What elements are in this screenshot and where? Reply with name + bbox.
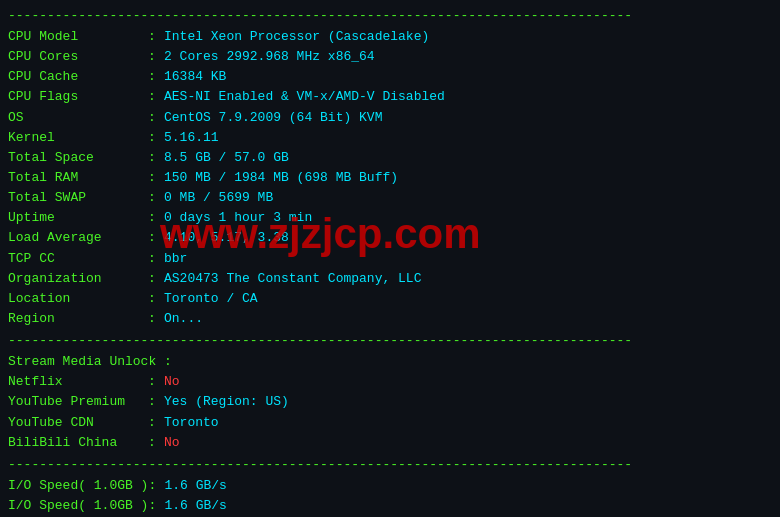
- cpu-cores-value: 2 Cores 2992.968 MHz x86_64: [164, 47, 375, 67]
- table-row: TCP CC : bbr: [8, 249, 772, 269]
- cpu-flags-value: AES-NI Enabled & VM-x/AMD-V Disabled: [164, 87, 445, 107]
- divider-stream: ----------------------------------------…: [8, 333, 772, 348]
- uptime-value: 0 days 1 hour 3 min: [164, 208, 312, 228]
- table-row: YouTube Premium : Yes (Region: US): [8, 392, 772, 412]
- io-speed-section: I/O Speed( 1.0GB ) : 1.6 GB/s I/O Speed(…: [8, 476, 772, 517]
- kernel-value: 5.16.11: [164, 128, 219, 148]
- table-row: Location : Toronto / CA: [8, 289, 772, 309]
- os-label: OS: [8, 108, 148, 128]
- netflix-label: Netflix: [8, 372, 148, 392]
- total-space-value: 8.5 GB / 57.0 GB: [164, 148, 289, 168]
- youtube-cdn-label: YouTube CDN: [8, 413, 148, 433]
- os-value: CentOS 7.9.2009 (64 Bit) KVM: [164, 108, 382, 128]
- table-row: CPU Cache : 16384 KB: [8, 67, 772, 87]
- youtube-premium-label: YouTube Premium: [8, 392, 148, 412]
- cpu-model-label: CPU Model: [8, 27, 148, 47]
- table-row: Uptime : 0 days 1 hour 3 min: [8, 208, 772, 228]
- tcp-cc-label: TCP CC: [8, 249, 148, 269]
- table-row: CPU Cores : 2 Cores 2992.968 MHz x86_64: [8, 47, 772, 67]
- load-average-label: Load Average: [8, 228, 148, 248]
- table-row: YouTube CDN : Toronto: [8, 413, 772, 433]
- location-value: Toronto / CA: [164, 289, 258, 309]
- table-row: I/O Speed( 1.0GB ) : 1.6 GB/s: [8, 496, 772, 516]
- netflix-value: No: [164, 372, 180, 392]
- cpu-cache-label: CPU Cache: [8, 67, 148, 87]
- io-speed-1-value: 1.6 GB/s: [164, 476, 226, 496]
- table-row: OS : CentOS 7.9.2009 (64 Bit) KVM: [8, 108, 772, 128]
- table-row: CPU Model : Intel Xeon Processor (Cascad…: [8, 27, 772, 47]
- table-row: Kernel : 5.16.11: [8, 128, 772, 148]
- divider-io: ----------------------------------------…: [8, 457, 772, 472]
- divider-top: ----------------------------------------…: [8, 8, 772, 23]
- table-row: Netflix : No: [8, 372, 772, 392]
- cpu-cache-value: 16384 KB: [164, 67, 226, 87]
- stream-media-section: Stream Media Unlock : Netflix : No YouTu…: [8, 352, 772, 453]
- table-row: Load Average : 4.10, 5.17, 3.38: [8, 228, 772, 248]
- tcp-cc-value: bbr: [164, 249, 187, 269]
- table-row: I/O Speed( 1.0GB ) : 1.6 GB/s: [8, 476, 772, 496]
- total-swap-value: 0 MB / 5699 MB: [164, 188, 273, 208]
- table-row: Total SWAP : 0 MB / 5699 MB: [8, 188, 772, 208]
- io-speed-2-value: 1.6 GB/s: [164, 496, 226, 516]
- bilibili-value: No: [164, 433, 180, 453]
- organization-label: Organization: [8, 269, 148, 289]
- table-row: Organization : AS20473 The Constant Comp…: [8, 269, 772, 289]
- io-speed-2-label: I/O Speed( 1.0GB ): [8, 496, 148, 516]
- youtube-premium-value: Yes (Region: US): [164, 392, 289, 412]
- kernel-label: Kernel: [8, 128, 148, 148]
- load-average-value: 4.10, 5.17, 3.38: [164, 228, 289, 248]
- table-row: CPU Flags : AES-NI Enabled & VM-x/AMD-V …: [8, 87, 772, 107]
- terminal-output: ----------------------------------------…: [8, 8, 772, 517]
- total-space-label: Total Space: [8, 148, 148, 168]
- stream-media-header: Stream Media Unlock :: [8, 352, 172, 372]
- table-row: Total RAM : 150 MB / 1984 MB (698 MB Buf…: [8, 168, 772, 188]
- cpu-flags-label: CPU Flags: [8, 87, 148, 107]
- io-speed-1-label: I/O Speed( 1.0GB ): [8, 476, 148, 496]
- total-ram-label: Total RAM: [8, 168, 148, 188]
- stream-header-row: Stream Media Unlock :: [8, 352, 772, 372]
- total-ram-value: 150 MB / 1984 MB (698 MB Buff): [164, 168, 398, 188]
- cpu-model-value: Intel Xeon Processor (Cascadelake): [164, 27, 429, 47]
- organization-value: AS20473 The Constant Company, LLC: [164, 269, 421, 289]
- table-row: Region : On...: [8, 309, 772, 329]
- region-label: Region: [8, 309, 148, 329]
- youtube-cdn-value: Toronto: [164, 413, 219, 433]
- bilibili-label: BiliBili China: [8, 433, 148, 453]
- uptime-label: Uptime: [8, 208, 148, 228]
- location-label: Location: [8, 289, 148, 309]
- cpu-cores-label: CPU Cores: [8, 47, 148, 67]
- table-row: Total Space : 8.5 GB / 57.0 GB: [8, 148, 772, 168]
- table-row: BiliBili China : No: [8, 433, 772, 453]
- system-info-section: CPU Model : Intel Xeon Processor (Cascad…: [8, 27, 772, 329]
- total-swap-label: Total SWAP: [8, 188, 148, 208]
- region-value: On...: [164, 309, 203, 329]
